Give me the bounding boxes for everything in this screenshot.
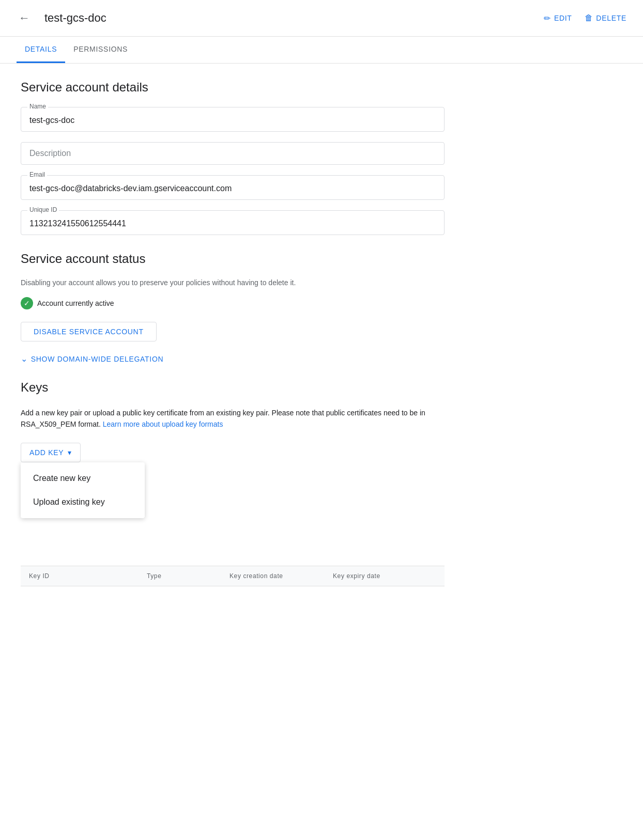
name-field-group: Name test-gcs-doc <box>21 107 445 132</box>
delete-icon: 🗑 <box>585 13 593 23</box>
email-field-group: Email test-gcs-doc@databricks-dev.iam.gs… <box>21 175 445 200</box>
table-col-type: Type <box>147 572 229 580</box>
description-field-box[interactable]: Description <box>21 142 445 165</box>
add-key-dropdown-menu: Create new key Upload existing key <box>21 462 145 518</box>
keys-description: Add a new key pair or upload a public ke… <box>21 407 445 430</box>
add-key-button[interactable]: ADD KEY ▾ <box>21 443 81 462</box>
edit-button[interactable]: ✏ EDIT <box>544 13 572 23</box>
keys-section: Keys Add a new key pair or upload a publ… <box>21 380 445 586</box>
unique-id-value: 113213241550612554441 <box>29 217 436 228</box>
delete-button[interactable]: 🗑 DELETE <box>585 13 626 23</box>
table-col-expiry: Key expiry date <box>333 572 436 580</box>
tab-permissions[interactable]: PERMISSIONS <box>65 37 136 63</box>
page-title: test-gcs-doc <box>44 11 531 25</box>
status-text: Account currently active <box>37 299 114 307</box>
keys-layout: ADD KEY ▾ Create new key Upload existing… <box>21 443 445 586</box>
tabs-bar: DETAILS PERMISSIONS <box>0 37 643 64</box>
account-status-row: ✓ Account currently active <box>21 297 445 309</box>
top-actions: ✏ EDIT 🗑 DELETE <box>544 13 626 23</box>
table-col-created: Key creation date <box>229 572 333 580</box>
top-bar: ← test-gcs-doc ✏ EDIT 🗑 DELETE <box>0 0 643 37</box>
edit-label: EDIT <box>554 14 572 22</box>
service-account-details-title: Service account details <box>21 80 445 95</box>
add-key-label: ADD KEY <box>29 448 64 457</box>
unique-id-label: Unique ID <box>27 206 59 213</box>
name-label: Name <box>27 103 48 110</box>
disable-service-account-button[interactable]: DISABLE SERVICE ACCOUNT <box>21 322 157 341</box>
status-description: Disabling your account allows you to pre… <box>21 278 445 287</box>
delegation-link-label: SHOW DOMAIN-WIDE DELEGATION <box>31 355 164 363</box>
add-key-wrapper: ADD KEY ▾ Create new key Upload existing… <box>21 443 81 462</box>
status-check-icon: ✓ <box>21 297 33 309</box>
description-placeholder: Description <box>29 149 436 158</box>
back-button[interactable]: ← <box>17 9 32 27</box>
dropdown-arrow-icon: ▾ <box>68 448 72 457</box>
email-value: test-gcs-doc@databricks-dev.iam.gservice… <box>29 182 436 193</box>
edit-icon: ✏ <box>544 13 551 23</box>
service-account-status-title: Service account status <box>21 252 445 266</box>
keys-section-title: Keys <box>21 380 445 395</box>
unique-id-field-group: Unique ID 113213241550612554441 <box>21 210 445 235</box>
status-section: Service account status Disabling your ac… <box>21 252 445 364</box>
email-label: Email <box>27 171 47 178</box>
learn-more-link[interactable]: Learn more about upload key formats <box>103 420 223 428</box>
table-col-key-id: Key ID <box>29 572 147 580</box>
chevron-down-icon: ⌄ <box>21 354 28 364</box>
description-field-group: Description <box>21 142 445 165</box>
upload-existing-key-item[interactable]: Upload existing key <box>21 490 145 514</box>
unique-id-field-box: Unique ID 113213241550612554441 <box>21 210 445 235</box>
main-content: Service account details Name test-gcs-do… <box>0 64 465 603</box>
name-value: test-gcs-doc <box>29 114 436 125</box>
name-field-box: Name test-gcs-doc <box>21 107 445 132</box>
keys-table-header: Key ID Type Key creation date Key expiry… <box>21 566 445 586</box>
back-icon: ← <box>19 11 30 25</box>
delete-label: DELETE <box>596 14 626 22</box>
tab-details[interactable]: DETAILS <box>17 37 65 63</box>
create-new-key-item[interactable]: Create new key <box>21 466 145 490</box>
show-domain-delegation-link[interactable]: ⌄ SHOW DOMAIN-WIDE DELEGATION <box>21 354 445 364</box>
email-field-box: Email test-gcs-doc@databricks-dev.iam.gs… <box>21 175 445 200</box>
